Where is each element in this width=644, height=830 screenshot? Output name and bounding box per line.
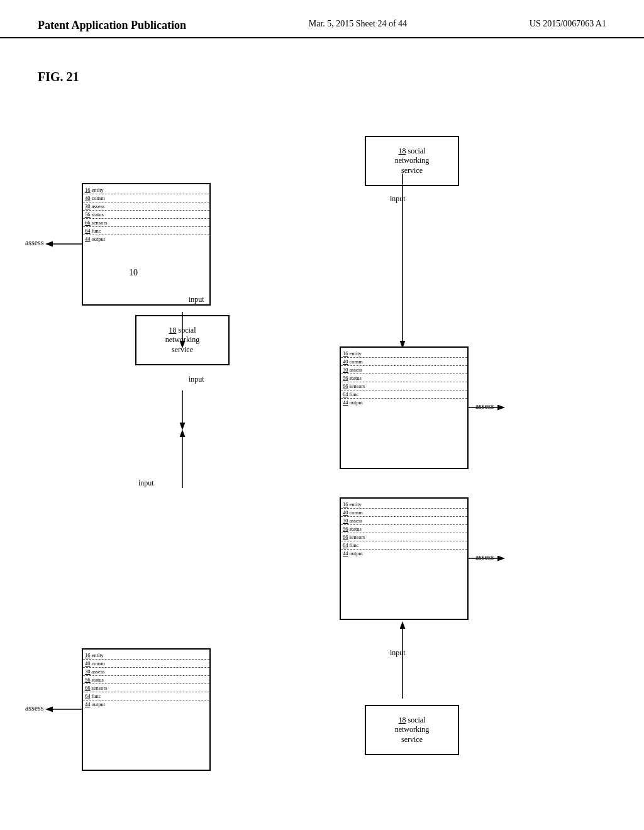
main-content: FIG. 21 10: [0, 38, 644, 818]
assess-label-2: assess: [475, 402, 494, 411]
assess-label-4: assess: [25, 704, 43, 713]
entity-box-2: 16 entity 40 comm 30 assess 56 status 66…: [340, 346, 469, 469]
figure-label: FIG. 21: [38, 70, 79, 84]
entity-box-4: 16 entity 40 comm 30 assess 56 status 66…: [82, 648, 211, 771]
ref-10-label: 10: [129, 268, 138, 278]
assess-label-1: assess: [25, 238, 43, 248]
page-header: Patent Application Publication Mar. 5, 2…: [0, 0, 644, 38]
input-label-4: input: [390, 648, 406, 658]
sns-box-top-right: 18 social networking service: [365, 136, 459, 186]
header-left: Patent Application Publication: [38, 19, 186, 32]
assess-label-3: assess: [475, 553, 494, 562]
entity-box-1: 16 entity 40 comm 30 assess 56 status 66…: [82, 183, 211, 306]
sns-box-bottom-right: 18 social networking service: [365, 705, 459, 755]
sns-box-left: 18 social networking service: [135, 315, 230, 365]
input-label-1: input: [189, 295, 204, 304]
input-label-3: input: [390, 194, 406, 204]
input-label-2: input: [189, 375, 204, 384]
header-right: US 2015/0067063 A1: [530, 19, 606, 29]
header-center: Mar. 5, 2015 Sheet 24 of 44: [309, 19, 407, 29]
entity-box-3: 16 entity 40 comm 30 assess 56 status 66…: [340, 497, 469, 620]
input-label-5: input: [138, 479, 154, 488]
